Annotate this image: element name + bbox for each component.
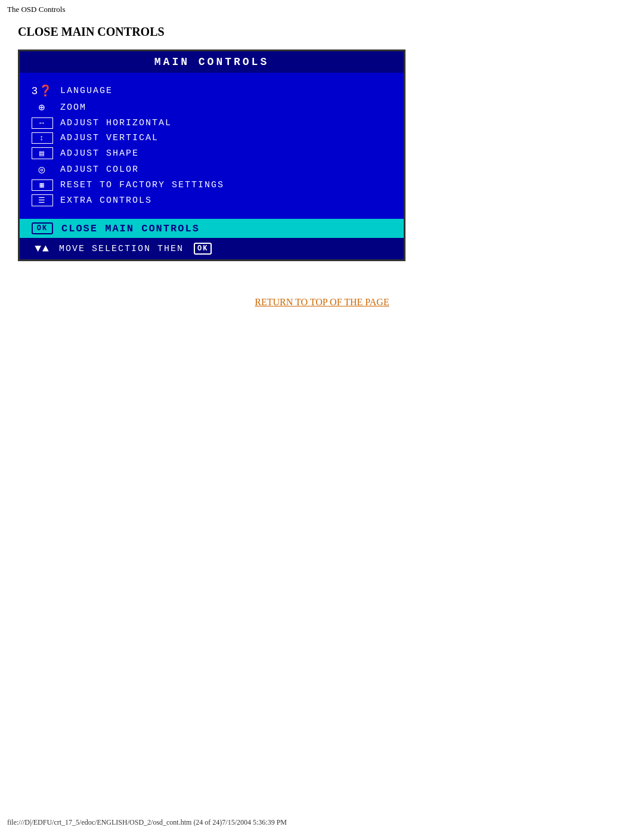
osd-header: MAIN CONTROLS [20, 51, 404, 73]
menu-item-reset-factory[interactable]: ▦ RESET TO FACTORY SETTINGS [32, 178, 392, 193]
menu-item-adjust-vertical[interactable]: ↕ ADJUST VERTICAL [32, 131, 392, 145]
adjust-shape-icon: ▤ [32, 147, 53, 159]
selected-ok-icon: OK [32, 222, 53, 234]
menu-label-extra-controls: EXTRA CONTROLS [60, 196, 152, 206]
menu-item-extra-controls[interactable]: ☰ EXTRA CONTROLS [32, 193, 392, 208]
menu-label-adjust-vertical: ADJUST VERTICAL [60, 133, 159, 143]
return-to-top-link[interactable]: RETURN TO TOP OF THE PAGE [18, 297, 626, 308]
adjust-horizontal-icon: ↔ [32, 117, 53, 129]
osd-menu-area: 3❓ LANGUAGE ⊕ ZOOM ↔ ADJUST HORIZONTAL ↕… [20, 73, 404, 215]
footer-ok-badge: OK [194, 243, 212, 255]
selected-row[interactable]: OK CLOSE MAIN CONTROLS [20, 219, 404, 238]
reset-factory-icon: ▦ [32, 179, 53, 191]
page-title: CLOSE MAIN CONTROLS [18, 25, 626, 39]
menu-label-zoom: ZOOM [60, 103, 86, 113]
menu-item-adjust-color[interactable]: ◎ ADJUST COLOR [32, 161, 392, 178]
language-icon: 3❓ [32, 84, 53, 97]
menu-label-language: LANGUAGE [60, 86, 113, 96]
extra-controls-icon: ☰ [32, 194, 53, 206]
menu-item-adjust-horizontal[interactable]: ↔ ADJUST HORIZONTAL [32, 116, 392, 131]
bottom-bar: file:///D|/EDFU/crt_17_5/edoc/ENGLISH/OS… [7, 818, 287, 827]
menu-label-adjust-shape: ADJUST SHAPE [60, 148, 139, 159]
selected-label: CLOSE MAIN CONTROLS [61, 223, 200, 234]
footer-label: MOVE SELECTION THEN [59, 244, 190, 254]
menu-label-adjust-horizontal: ADJUST HORIZONTAL [60, 118, 172, 128]
zoom-icon: ⊕ [32, 101, 53, 114]
top-bar-label: The OSD Controls [7, 5, 66, 14]
adjust-color-icon: ◎ [32, 163, 53, 176]
menu-item-language[interactable]: 3❓ LANGUAGE [32, 82, 392, 99]
osd-screen: MAIN CONTROLS 3❓ LANGUAGE ⊕ ZOOM ↔ ADJUS… [18, 49, 405, 261]
nav-arrows-icon: ▼▲ [32, 243, 53, 255]
menu-item-adjust-shape[interactable]: ▤ ADJUST SHAPE [32, 145, 392, 161]
menu-item-zoom[interactable]: ⊕ ZOOM [32, 99, 392, 116]
adjust-vertical-icon: ↕ [32, 132, 53, 144]
menu-label-reset-factory: RESET TO FACTORY SETTINGS [60, 180, 224, 190]
osd-footer: ▼▲ MOVE SELECTION THEN OK [20, 238, 404, 259]
menu-label-adjust-color: ADJUST COLOR [60, 165, 139, 175]
